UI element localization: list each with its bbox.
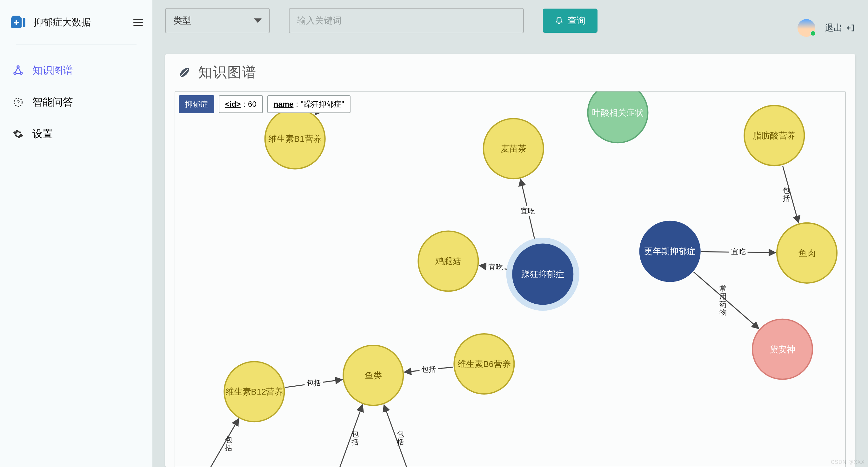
svg-point-3: [23, 19, 25, 21]
logout-label: 退出: [825, 22, 843, 34]
logo-icon: [9, 14, 27, 31]
svg-text:鸡腿菇: 鸡腿菇: [435, 256, 461, 266]
svg-text:物: 物: [719, 308, 727, 316]
brand-title: 抑郁症大数据: [34, 16, 126, 29]
node-tooltip: 抑郁症 <id>: 60 name: "躁狂抑郁症": [179, 95, 350, 113]
svg-text:用: 用: [719, 293, 727, 300]
hamburger-icon[interactable]: [133, 19, 143, 26]
divider: [16, 45, 136, 45]
chevron-down-icon: [254, 19, 261, 23]
keyword-input-wrap[interactable]: [289, 8, 524, 33]
svg-text:括: 括: [225, 444, 232, 452]
leaf-icon: [178, 66, 191, 79]
gear-icon: [13, 129, 24, 140]
svg-text:药: 药: [719, 300, 727, 309]
main: 类型 查询 退出: [152, 0, 868, 467]
brand-row: 抑郁症大数据: [9, 0, 143, 45]
sidebar-item-label: 知识图谱: [32, 63, 73, 78]
svg-text:包: 包: [225, 436, 232, 444]
topbar: 类型 查询: [152, 0, 868, 35]
card: 知识图谱 抑郁症 <id>: 60 name: "躁狂抑郁症" 宜吃宜吃宜吃常用…: [165, 54, 855, 467]
svg-line-33: [338, 405, 363, 467]
svg-text:常: 常: [719, 285, 727, 293]
watermark: CSDN @XXX: [831, 459, 865, 465]
type-select[interactable]: 类型: [165, 8, 270, 33]
sidebar-item-knowledge-graph[interactable]: 知识图谱: [9, 55, 143, 86]
logout-icon: [846, 24, 855, 32]
logout-button[interactable]: 退出: [825, 22, 855, 34]
svg-rect-1: [12, 16, 20, 18]
avatar[interactable]: [798, 19, 815, 37]
query-button-label: 查询: [568, 14, 585, 27]
svg-text:括: 括: [397, 438, 404, 446]
help-icon: ?: [13, 97, 24, 108]
svg-text:鱼类: 鱼类: [365, 371, 382, 380]
svg-text:包括: 包括: [421, 366, 436, 373]
type-select-label: 类型: [173, 14, 254, 27]
keyword-input[interactable]: [297, 16, 516, 26]
svg-text:更年期抑郁症: 更年期抑郁症: [644, 246, 695, 256]
sidebar: 抑郁症大数据 知识图谱 ? 智能问答 设置: [0, 0, 152, 467]
svg-text:维生素B6营养: 维生素B6营养: [458, 359, 511, 369]
svg-text:麦苗茶: 麦苗茶: [501, 144, 526, 153]
svg-text:维生素B12营养: 维生素B12营养: [225, 387, 283, 397]
query-button[interactable]: 查询: [543, 8, 597, 33]
svg-text:宜吃: 宜吃: [488, 263, 503, 271]
tooltip-id: <id>: 60: [219, 95, 263, 113]
svg-text:?: ?: [17, 99, 20, 106]
svg-text:鱼肉: 鱼肉: [799, 249, 816, 258]
tooltip-name: name: "躁狂抑郁症": [267, 95, 350, 113]
svg-text:包: 包: [397, 430, 404, 438]
svg-text:宜吃: 宜吃: [731, 248, 746, 256]
svg-text:括: 括: [783, 195, 790, 202]
user-block: 退出: [798, 19, 855, 37]
card-head: 知识图谱: [165, 54, 855, 85]
svg-text:脂肪酸营养: 脂肪酸营养: [753, 131, 796, 140]
svg-line-39: [210, 419, 239, 467]
svg-line-36: [384, 405, 408, 467]
tooltip-tag: 抑郁症: [179, 95, 214, 113]
svg-text:躁狂抑郁症: 躁狂抑郁症: [521, 269, 564, 279]
sidebar-item-settings[interactable]: 设置: [9, 118, 143, 150]
svg-text:维生素B1营养: 维生素B1营养: [268, 134, 321, 144]
sidebar-item-qa[interactable]: ? 智能问答: [9, 86, 143, 118]
svg-text:叶酸相关症状: 叶酸相关症状: [592, 108, 644, 118]
knowledge-graph-svg[interactable]: 宜吃宜吃宜吃常用药物包括包括包括包括包括包括维生素B1营养麦苗茶叶酸相关症状脂肪…: [175, 91, 845, 467]
sidebar-item-label: 智能问答: [32, 95, 73, 109]
svg-text:包: 包: [351, 430, 359, 438]
svg-text:包括: 包括: [306, 379, 321, 387]
sidebar-item-label: 设置: [32, 127, 53, 141]
svg-text:括: 括: [351, 438, 359, 446]
svg-text:黛安神: 黛安神: [770, 345, 795, 354]
graph-area[interactable]: 抑郁症 <id>: 60 name: "躁狂抑郁症" 宜吃宜吃宜吃常用药物包括包…: [175, 91, 846, 467]
bell-icon: [555, 17, 563, 25]
card-title: 知识图谱: [198, 63, 256, 82]
svg-text:宜吃: 宜吃: [521, 207, 535, 215]
svg-text:包: 包: [783, 186, 790, 195]
graph-icon: [13, 65, 24, 76]
